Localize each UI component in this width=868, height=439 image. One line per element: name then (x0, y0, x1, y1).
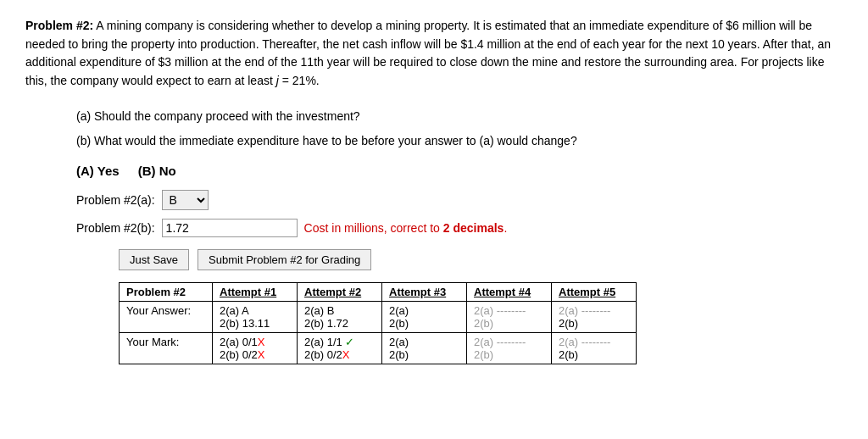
submit-button[interactable]: Submit Problem #2 for Grading (198, 249, 371, 270)
table-header-attempt5: Attempt #5 (552, 283, 637, 302)
attempt1-answer: 2(a) A2(b) 13.11 (213, 302, 298, 333)
input-b-hint: Cost in millions, correct to 2 decimals. (304, 221, 508, 235)
attempt4-mark: 2(a) -------- 2(b) (467, 333, 552, 364)
input-a-select[interactable]: A B (162, 190, 209, 210)
hint-bold: 2 decimals (443, 221, 504, 235)
attempt2-answer: 2(a) B2(b) 1.72 (298, 302, 382, 333)
just-save-button[interactable]: Just Save (119, 249, 189, 270)
answer-b-label: (B) No (138, 164, 176, 178)
answer-a-label: (A) Yes (76, 164, 120, 178)
problem-text: Problem #2: A mining company is consider… (25, 17, 843, 91)
input-a-row: Problem #2(a): A B (76, 190, 843, 210)
your-mark-label: Your Mark: (120, 333, 213, 364)
attempt4-answer: 2(a) -------- 2(b) (467, 302, 552, 333)
input-b-row: Problem #2(b): Cost in millions, correct… (76, 219, 843, 237)
table-header-attempt3: Attempt #3 (382, 283, 467, 302)
table-row-answers: Your Answer: 2(a) A2(b) 13.11 2(a) B2(b)… (120, 302, 637, 333)
question-a: (a) Should the company proceed with the … (76, 106, 843, 127)
answer-display: (A) Yes (B) No (76, 164, 843, 178)
input-a-label: Problem #2(a): (76, 193, 155, 207)
attempt2-mark: 2(a) 1/1 ✓ 2(b) 0/2X (298, 333, 382, 364)
input-b-label: Problem #2(b): (76, 221, 155, 235)
table-header-attempt4: Attempt #4 (467, 283, 552, 302)
problem-label: Problem #2: (25, 19, 93, 32)
button-row: Just Save Submit Problem #2 for Grading (119, 249, 843, 270)
table-header-attempt1: Attempt #1 (213, 283, 298, 302)
attempt3-answer: 2(a)2(b) (382, 302, 467, 333)
attempt1-mark: 2(a) 0/1X 2(b) 0/2X (213, 333, 298, 364)
questions-section: (a) Should the company proceed with the … (76, 106, 843, 152)
question-b: (b) What would the immediate expenditure… (76, 131, 843, 152)
attempt3-mark: 2(a)2(b) (382, 333, 467, 364)
your-answer-label: Your Answer: (120, 302, 213, 333)
table-header-attempt2: Attempt #2 (298, 283, 382, 302)
input-b-field[interactable] (162, 219, 298, 237)
table-row-marks: Your Mark: 2(a) 0/1X 2(b) 0/2X 2(a) 1/1 … (120, 333, 637, 364)
attempts-table: Problem #2 Attempt #1 Attempt #2 Attempt… (119, 282, 637, 364)
problem-description: A mining company is considering whether … (25, 19, 831, 87)
attempt5-mark: 2(a) -------- 2(b) (552, 333, 637, 364)
table-header-problem: Problem #2 (120, 283, 213, 302)
attempt5-answer: 2(a) -------- 2(b) (552, 302, 637, 333)
